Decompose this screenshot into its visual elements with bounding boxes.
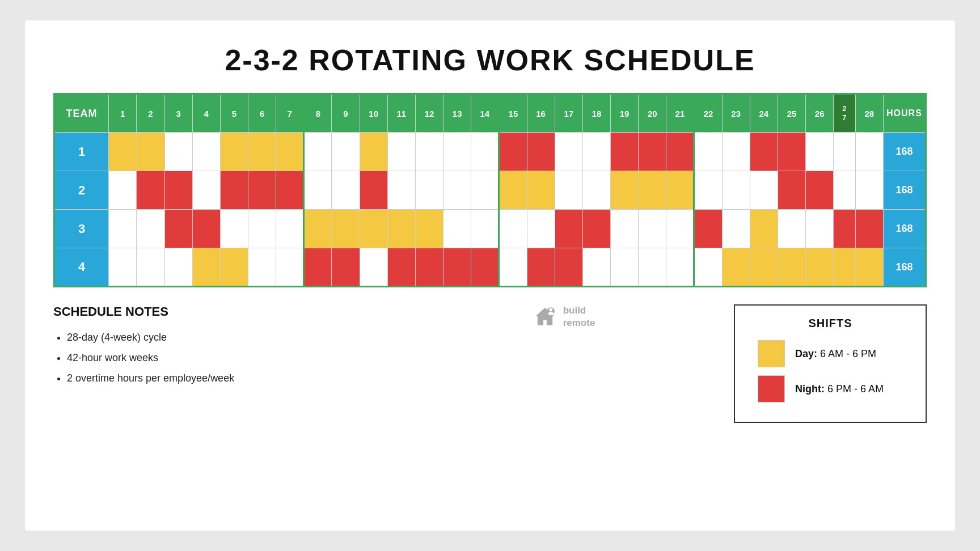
- brand-text: buildremote: [563, 304, 595, 329]
- cell-team1-day12: [415, 133, 443, 171]
- hours-team-3: 168: [883, 210, 926, 248]
- hours-team-2: 168: [883, 171, 926, 210]
- cell-team3-day12: [415, 210, 443, 248]
- team-label-4: 4: [54, 248, 109, 287]
- cell-team2-day20: [639, 171, 666, 210]
- team-label-3: 3: [54, 210, 109, 248]
- cell-team3-day26: [806, 210, 834, 248]
- brand-logo: buildremote: [533, 304, 595, 329]
- cell-team3-day19: [611, 210, 639, 248]
- cell-team1-day1: [109, 133, 137, 171]
- cell-team4-day11: [387, 248, 415, 287]
- page-title: 2-3-2 ROTATING WORK SCHEDULE: [225, 43, 755, 77]
- cell-team2-day5: [220, 171, 248, 210]
- table-row: 3168: [54, 210, 926, 248]
- cell-team2-day1: [109, 171, 137, 210]
- table-row: 1168: [54, 133, 926, 171]
- cell-team3-day27: [834, 210, 855, 248]
- cell-team4-day24: [750, 248, 778, 287]
- cell-team4-day17: [555, 248, 582, 287]
- cell-team3-day16: [527, 210, 555, 248]
- cell-team1-day4: [192, 133, 220, 171]
- notes-section: SCHEDULE NOTES 28-day (4-week) cycle42-h…: [53, 304, 394, 388]
- cell-team4-day2: [137, 248, 164, 287]
- svg-point-2: [548, 312, 554, 315]
- hours-team-1: 168: [883, 133, 926, 171]
- cell-team3-day6: [248, 210, 276, 248]
- cell-team4-day23: [722, 248, 750, 287]
- cell-team1-day26: [806, 133, 834, 171]
- notes-title: SCHEDULE NOTES: [53, 304, 394, 319]
- cell-team3-day5: [220, 210, 248, 248]
- brand-icon: [533, 304, 557, 329]
- team-label-1: 1: [54, 133, 109, 171]
- cell-team1-day28: [855, 133, 883, 171]
- cell-team1-day3: [164, 133, 192, 171]
- cell-team1-day18: [582, 133, 610, 171]
- brand-container: buildremote: [394, 304, 734, 329]
- cell-team4-day25: [778, 248, 805, 287]
- cell-team2-day23: [722, 171, 750, 210]
- note-item: 2 overtime hours per employee/week: [67, 368, 394, 388]
- cell-team1-day14: [471, 133, 499, 171]
- cell-team1-day7: [276, 133, 304, 171]
- cell-team1-day15: [499, 133, 527, 171]
- cell-team4-day3: [164, 248, 192, 287]
- notes-list: 28-day (4-week) cycle42-hour work weeks2…: [53, 327, 394, 388]
- cell-team4-day1: [109, 248, 137, 287]
- cell-team2-day21: [666, 171, 694, 210]
- cell-team4-day8: [304, 248, 332, 287]
- cell-team2-day10: [360, 171, 387, 210]
- cell-team3-day23: [722, 210, 750, 248]
- cell-team2-day11: [387, 171, 415, 210]
- legend-box: SHIFTS Day: 6 AM - 6 PM Night: 6 PM - 6 …: [734, 304, 927, 423]
- cell-team2-day17: [555, 171, 582, 210]
- cell-team3-day7: [276, 210, 304, 248]
- cell-team3-day9: [332, 210, 360, 248]
- night-swatch: [758, 375, 785, 402]
- cell-team4-day20: [639, 248, 666, 287]
- cell-team2-day22: [694, 171, 722, 210]
- cell-team4-day10: [360, 248, 387, 287]
- legend-day: Day: 6 AM - 6 PM: [758, 340, 903, 367]
- cell-team4-day15: [499, 248, 527, 287]
- cell-team1-day22: [694, 133, 722, 171]
- cell-team2-day13: [443, 171, 471, 210]
- cell-team3-day10: [360, 210, 387, 248]
- cell-team2-day15: [499, 171, 527, 210]
- cell-team1-day5: [220, 133, 248, 171]
- cell-team1-day8: [304, 133, 332, 171]
- cell-team3-day2: [137, 210, 164, 248]
- cell-team1-day20: [639, 133, 666, 171]
- cell-team3-day8: [304, 210, 332, 248]
- cell-team3-day4: [192, 210, 220, 248]
- cell-team3-day11: [387, 210, 415, 248]
- col-header-hours: HOURS: [883, 94, 926, 133]
- cell-team4-day13: [443, 248, 471, 287]
- cell-team2-day28: [855, 171, 883, 210]
- cell-team1-day13: [443, 133, 471, 171]
- cell-team3-day24: [750, 210, 778, 248]
- cell-team3-day21: [666, 210, 694, 248]
- cell-team2-day25: [778, 171, 805, 210]
- cell-team2-day6: [248, 171, 276, 210]
- svg-point-1: [549, 308, 552, 312]
- cell-team1-day9: [332, 133, 360, 171]
- cell-team4-day19: [611, 248, 639, 287]
- cell-team1-day21: [666, 133, 694, 171]
- cell-team2-day26: [806, 171, 834, 210]
- note-item: 42-hour work weeks: [67, 347, 394, 368]
- cell-team1-day17: [555, 133, 582, 171]
- cell-team2-day16: [527, 171, 555, 210]
- cell-team2-day7: [276, 171, 304, 210]
- cell-team1-day6: [248, 133, 276, 171]
- cell-team4-day9: [332, 248, 360, 287]
- cell-team3-day14: [471, 210, 499, 248]
- cell-team1-day10: [360, 133, 387, 171]
- cell-team4-day14: [471, 248, 499, 287]
- cell-team1-day27: [834, 133, 855, 171]
- legend-title: SHIFTS: [758, 317, 903, 330]
- cell-team4-day12: [415, 248, 443, 287]
- cell-team2-day8: [304, 171, 332, 210]
- cell-team4-day26: [806, 248, 834, 287]
